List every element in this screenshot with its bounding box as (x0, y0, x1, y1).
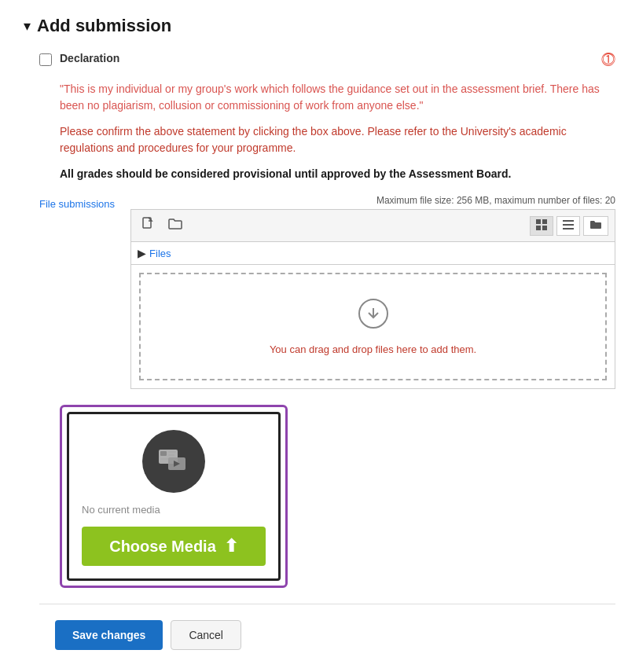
add-file-button[interactable] (138, 215, 160, 237)
breadcrumb-files-link[interactable]: Files (149, 248, 171, 259)
file-manager-box: ▶ Files You can drag and drop files (130, 209, 615, 389)
file-submissions-row: File submissions Maximum file size: 256 … (39, 195, 615, 389)
svg-rect-13 (168, 454, 174, 456)
alert-icon: ⓵ (601, 52, 615, 68)
file-upload-area: Maximum file size: 256 MB, maximum numbe… (130, 195, 615, 389)
list-view-button[interactable] (556, 216, 580, 236)
page-container: ▾ Add submission Declaration ⓵ "This is … (0, 0, 639, 672)
section-header: ▾ Add submission (24, 16, 615, 36)
declaration-note: All grades should be considered provisio… (60, 166, 615, 182)
form-area: Declaration ⓵ "This is my individual or … (39, 52, 615, 650)
media-status: No current media (82, 504, 160, 516)
media-inner: No current media Choose Media ⬆ (67, 412, 281, 581)
drop-text: You can drag and drop files here to add … (270, 343, 476, 355)
action-buttons: Save changes Cancel (55, 620, 615, 650)
media-icon-circle (142, 430, 205, 493)
toolbar-left (138, 215, 186, 237)
page-title: Add submission (37, 16, 171, 36)
file-manager-toolbar (131, 210, 615, 242)
svg-rect-4 (542, 226, 547, 230)
declaration-body: "This is my individual or my group's wor… (60, 81, 615, 182)
declaration-checkbox[interactable] (39, 53, 52, 66)
choose-media-label: Choose Media (109, 538, 216, 556)
file-submissions-label: File submissions (39, 195, 115, 210)
choose-media-button[interactable]: Choose Media ⬆ (82, 527, 266, 566)
toolbar-right (530, 216, 608, 236)
svg-rect-3 (536, 226, 541, 230)
download-circle-icon (358, 298, 389, 336)
svg-rect-5 (563, 220, 574, 222)
divider (39, 604, 615, 604)
declaration-label: Declaration (60, 52, 119, 64)
drop-zone[interactable]: You can drag and drop files here to add … (139, 273, 607, 380)
folder-view-button[interactable] (583, 216, 608, 236)
cancel-button[interactable]: Cancel (171, 620, 241, 650)
file-breadcrumb: ▶ Files (131, 242, 615, 265)
chevron-icon[interactable]: ▾ (24, 17, 31, 35)
save-changes-button[interactable]: Save changes (55, 620, 163, 650)
grid-view-button[interactable] (530, 216, 553, 236)
file-max-info: Maximum file size: 256 MB, maximum numbe… (130, 195, 615, 206)
svg-rect-2 (542, 219, 547, 224)
declaration-confirm: Please confirm the above statement by cl… (60, 123, 615, 156)
svg-rect-6 (563, 224, 574, 226)
add-folder-button[interactable] (164, 215, 186, 237)
svg-rect-12 (168, 451, 176, 453)
declaration-row: Declaration ⓵ (39, 52, 615, 68)
media-widget: No current media Choose Media ⬆ (60, 405, 288, 588)
breadcrumb-folder-icon: ▶ (138, 247, 146, 259)
upload-icon: ⬆ (224, 536, 238, 556)
svg-rect-1 (536, 219, 541, 224)
svg-rect-11 (160, 451, 167, 456)
declaration-quote: "This is my individual or my group's wor… (60, 81, 615, 114)
svg-rect-7 (563, 228, 574, 230)
